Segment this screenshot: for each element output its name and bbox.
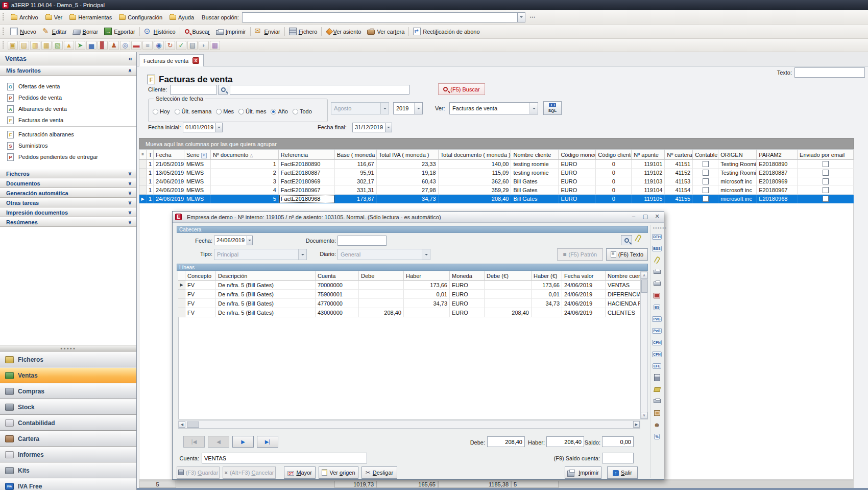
sidebar-item-pedidos-pendientes-de-entregar[interactable]: PPedidos pendientes de entregar (0, 151, 136, 162)
f6-texto-button[interactable]: (F6) Texto (606, 248, 648, 261)
calculadora-icon[interactable] (652, 372, 663, 383)
column-header-codigo-cliente[interactable]: Código cliente (596, 150, 632, 160)
exportar-button[interactable]: Exportar (101, 26, 138, 38)
paperclip-icon[interactable] (635, 234, 642, 243)
column-header-n-cartera[interactable]: Nº cartera (665, 150, 693, 160)
usuario-icon[interactable]: ♟ (109, 41, 119, 50)
ver-cartera-button[interactable]: Ver cartera (364, 26, 407, 38)
column-header-cuenta[interactable]: Cuenta (316, 271, 359, 281)
buscar-button[interactable]: Buscar (181, 26, 213, 38)
radio-ano[interactable]: Año (271, 108, 288, 114)
checkbox-icon[interactable] (823, 178, 829, 184)
sidebar-nav-ventas[interactable]: Ventas (0, 367, 136, 383)
nueva-empresa-icon[interactable]: ▣ (8, 41, 18, 50)
table-row[interactable]: 124/06/2019MEWS3FactE20180969302,1760,43… (139, 177, 854, 186)
checkbox-icon[interactable] (703, 178, 709, 184)
sidebar-section-otras-tareas[interactable]: Otras tareas∨ (0, 198, 136, 207)
anclar-icon[interactable]: ➤ (75, 41, 85, 50)
sidebar-item-facturacion-albaranes[interactable]: FFacturación albaranes (0, 129, 136, 140)
fichero-button[interactable]: Fichero (286, 26, 321, 38)
fecha-inicial-input[interactable]: 01/01/2019 (183, 123, 223, 132)
efe-icon[interactable]: EFE (652, 361, 663, 371)
porcentaje-icon[interactable]: % (652, 431, 663, 441)
sidebar-section-mis-favoritos[interactable]: Mis favoritos ∧ (0, 65, 136, 76)
table-row[interactable]: 124/06/2019MEWS4FactE20180967331,3127,98… (139, 186, 854, 195)
checkbox-icon[interactable] (823, 187, 829, 193)
column-header-fecha-valor[interactable]: Fecha valor (562, 271, 606, 281)
rectificacion-de-abono-button[interactable]: Rectificación de abono (410, 26, 483, 38)
column-header-base-moneda[interactable]: Base ( moneda ) (335, 150, 377, 160)
cliente-code-input[interactable] (170, 85, 217, 95)
next-record-button[interactable]: ▶ (232, 436, 254, 448)
toolbar-overflow-button[interactable]: ⋯ (528, 13, 537, 22)
column-header-referencia[interactable]: Referencia (279, 150, 335, 160)
column-header-param2[interactable]: PARAM2 (757, 150, 798, 160)
libro-mayor-icon[interactable] (652, 290, 663, 300)
menu-item-ayuda[interactable]: Ayuda (166, 12, 198, 23)
sidebar-item-facturas-de-venta[interactable]: FFacturas de venta (0, 114, 136, 126)
cpn-2-icon[interactable]: CPN (652, 349, 663, 359)
column-header-n-apunte[interactable]: Nº apunte (632, 150, 665, 160)
sidebar-section-impresion-documentos[interactable]: Impresión documentos∨ (0, 207, 136, 217)
radio-ult-semana[interactable]: Últ. semana (175, 108, 212, 114)
sidebar-nav-cartera[interactable]: Cartera (0, 431, 136, 447)
checkbox-icon[interactable] (823, 170, 829, 176)
first-record-button[interactable]: |◀ (183, 436, 205, 448)
menu-item-herramientas[interactable]: Herramientas (66, 12, 115, 23)
preview-button[interactable] (621, 235, 632, 245)
column-header-concepto[interactable]: Concepto (185, 271, 216, 281)
radio-ult-mes[interactable]: Últ. mes (238, 108, 266, 114)
tab-facturas-de-venta[interactable]: Facturas de venta x (139, 54, 204, 66)
ver-origen-button[interactable]: Ver origen (319, 466, 358, 479)
checkbox-icon[interactable] (823, 161, 829, 167)
paperclip-icon[interactable] (652, 255, 663, 265)
column-header-n-documento[interactable]: Nº documento△ (211, 150, 279, 160)
sidebar-item-ofertas-de-venta[interactable]: OOfertas de venta (0, 81, 136, 92)
column-header-origen[interactable]: ORIGEN (718, 150, 757, 160)
sidebar-nav-informes[interactable]: Informes (0, 447, 136, 462)
exportar-carpeta-icon[interactable]: ▧ (53, 41, 63, 50)
imprimir-button[interactable]: Imprimir (213, 26, 249, 38)
column-header-contable[interactable]: Contable (693, 150, 718, 160)
impresion-desactivada-icon[interactable]: ▦ (210, 41, 220, 50)
column-header-debe[interactable]: Debe (359, 271, 404, 281)
menu-item-configuracion[interactable]: Configuración (115, 12, 166, 23)
bss-icon[interactable]: BSS (652, 243, 663, 253)
horizontal-scrollbar[interactable]: ◀ ▶ (178, 421, 640, 429)
column-header-t[interactable]: T (147, 150, 154, 160)
column-header-total-iva-moneda[interactable]: Total IVA ( moneda ) (377, 150, 439, 160)
table-row[interactable]: ▶124/06/2019MEWS5FactE20180968173,6734,7… (139, 195, 854, 203)
sidebar-nav-ficheros[interactable]: Ficheros (0, 352, 136, 367)
validar-icon[interactable]: ✓ (176, 41, 186, 50)
documento-input[interactable] (337, 236, 387, 246)
group-by-drop-zone[interactable]: Mueva aquí las columnas por las que quie… (139, 138, 854, 149)
scrollbar-thumb[interactable] (641, 279, 647, 293)
dth-icon[interactable]: DTH (652, 231, 663, 242)
column-header-nombre-cuen[interactable]: Nombre cuen (606, 271, 640, 281)
lupa-circulo-icon[interactable]: ◉ (154, 41, 164, 50)
pvg-icon[interactable]: PvG (652, 314, 663, 324)
enviar-button[interactable]: Enviar (252, 26, 283, 38)
radio-mes[interactable]: Mes (216, 108, 234, 114)
table-row[interactable]: 121/05/2019MEWS1FactE20180890116,6723,33… (139, 160, 854, 169)
dialog-fecha-input[interactable]: 24/06/2019 (214, 236, 253, 245)
saldo-cuenta-input[interactable] (602, 453, 634, 463)
etiquetas-icon[interactable] (652, 384, 663, 394)
desligar-button[interactable]: Desligar (361, 466, 397, 479)
ver-select[interactable]: Facturas de venta (449, 102, 538, 114)
ver-asiento-button[interactable]: Ver asiento (323, 26, 364, 38)
column-header-codigo-moneda[interactable]: Código moneda (559, 150, 596, 160)
grafico-icon[interactable]: ▅ (86, 41, 97, 50)
table-row[interactable]: 113/05/2019MEWS2FactE2018088795,9119,181… (139, 169, 854, 177)
checkbox-icon[interactable] (703, 187, 709, 193)
scrollbar-thumb[interactable] (187, 422, 199, 428)
radio-hoy[interactable]: Hoy (153, 108, 170, 114)
documento-contable-icon[interactable]: ▬ (131, 41, 141, 50)
scroll-down-icon[interactable]: ∨ (641, 412, 647, 419)
imprimir-rapido-icon[interactable] (652, 267, 663, 277)
search-option-input[interactable] (242, 12, 518, 22)
scroll-left-icon[interactable]: ◀ (179, 421, 185, 428)
column-header-enviado-por-email[interactable]: Enviado por email (798, 150, 854, 160)
scroll-up-icon[interactable]: ∧ (641, 272, 647, 279)
texto-input[interactable] (794, 67, 865, 78)
